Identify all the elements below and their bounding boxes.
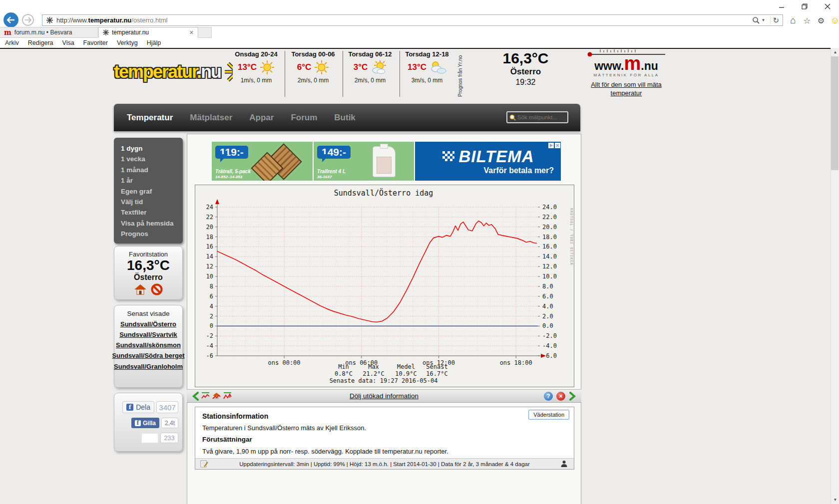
mnu-favicon: m — [4, 30, 11, 35]
mnu-link[interactable]: Allt för den som vill mäta temperatur — [583, 80, 669, 97]
nav-appar[interactable]: Appar — [249, 113, 274, 123]
sidebar-item-visa-pa-hemsida[interactable]: Visa på hemsida — [121, 218, 183, 229]
favorites-star-icon[interactable]: ☆ — [801, 16, 813, 25]
search-icon[interactable] — [752, 16, 760, 24]
widget-count: 233 — [160, 433, 178, 443]
home-station-icon[interactable] — [134, 283, 147, 295]
chart-toolbar: Dölj utökad information ? × — [187, 389, 581, 403]
divider — [770, 16, 771, 24]
mnu-www: www. — [594, 59, 624, 72]
share-label: Dela — [136, 403, 150, 411]
search-dropdown-icon[interactable]: ▼ — [762, 18, 766, 22]
sidebar-item-prognos[interactable]: Prognos — [121, 229, 183, 239]
svg-text:2.0: 2.0 — [542, 313, 553, 320]
svg-text:4: 4 — [210, 303, 213, 310]
graph-home-mini-icon[interactable] — [212, 392, 221, 400]
new-tab-button[interactable] — [199, 27, 212, 38]
recent-link-skonsmon[interactable]: Sundsvall/skönsmon — [108, 341, 188, 349]
scroll-down-arrow[interactable]: ▼ — [831, 496, 839, 504]
station-stats-text: Uppdateringsintervall: 3min | Upptid: 99… — [195, 461, 574, 467]
ad-segment-cleaner[interactable]: 149:- Trallrent 4 L 36-1637 — [314, 142, 414, 181]
sidebar-item-valj-tid[interactable]: Välj tid — [121, 197, 183, 207]
ad-segment-biltema[interactable]: BILTEMA Varför betala mer? — [415, 142, 561, 181]
sidebar-item-1-ar[interactable]: 1 år — [121, 175, 183, 186]
menu-verktyg[interactable]: Verktyg — [117, 39, 138, 46]
ad-choices-controls[interactable] — [548, 143, 560, 148]
share-widget-button[interactable] — [141, 433, 158, 443]
recent-stations-box: Senast visade Sundsvall/Österro Sundsval… — [114, 305, 183, 388]
menu-arkiv[interactable]: Arkiv — [5, 39, 19, 46]
sidebar-item-1-vecka[interactable]: 1 vecka — [121, 154, 183, 164]
menu-favoriter[interactable]: Favoriter — [83, 39, 108, 46]
sidebar-item-textfiler[interactable]: Textfiler — [121, 207, 183, 218]
prev-station-arrow-icon[interactable] — [192, 392, 199, 401]
svg-text:22.0: 22.0 — [542, 214, 557, 221]
hide-extended-info-link[interactable]: Dölj utökad information — [187, 392, 581, 400]
svg-text:22: 22 — [206, 214, 213, 221]
svg-text:Senast: Senast — [426, 363, 447, 370]
facebook-like-button[interactable]: f Gilla — [131, 418, 159, 428]
recent-link-osterro[interactable]: Sundsvall/Österro — [108, 320, 188, 328]
graph-arrows-mini-icon[interactable] — [223, 392, 232, 400]
close-extended-icon[interactable]: × — [556, 392, 565, 401]
recent-link-sodra-berget[interactable]: Sundsvall/Södra berget — [108, 352, 188, 360]
site-logo[interactable]: temperatur.nu — [114, 52, 233, 92]
graph-mini-icon[interactable] — [201, 392, 210, 400]
ad-banner[interactable]: 119:- Trätrall, 5-pack 14-852–14-853 149… — [212, 142, 561, 181]
scroll-up-arrow[interactable]: ▲ — [831, 48, 839, 56]
nav-matplatser[interactable]: Mätplatser — [190, 113, 232, 123]
share-count: 3407 — [156, 401, 178, 413]
scrollbar-thumb[interactable] — [831, 56, 839, 170]
menu-visa[interactable]: Visa — [62, 39, 74, 46]
tab-temperatur-nu[interactable]: temperatur.nu ✕ — [98, 27, 198, 38]
recent-link-svartvik[interactable]: Sundsvall/Svartvik — [108, 331, 188, 338]
tab-row: m forum.m.nu • Besvara temperatur.nu ✕ — [0, 27, 839, 38]
person-icon[interactable] — [560, 460, 568, 468]
home-icon[interactable]: ⌂ — [787, 15, 799, 26]
edit-note-icon[interactable] — [200, 460, 209, 468]
sidebar-item-egen-graf[interactable]: Egen graf — [121, 186, 183, 197]
feedback-smiley-icon[interactable]: ☺ — [829, 15, 839, 26]
nav-forum[interactable]: Forum — [291, 113, 317, 123]
settings-gear-icon[interactable]: ⚙ — [815, 16, 827, 25]
url-field[interactable]: http://www.temperatur.nu/osterro.html ▼ … — [42, 14, 783, 26]
tab-close-icon[interactable]: ✕ — [189, 29, 194, 36]
help-icon[interactable]: ? — [544, 392, 553, 401]
sidebar-item-1-dygn[interactable]: 1 dygn — [121, 143, 183, 154]
menu-redigera[interactable]: Redigera — [28, 39, 53, 46]
ad-sku: 36-1637 — [317, 175, 332, 179]
title-bar — [0, 0, 839, 13]
weather-station-button[interactable]: Väderstation — [528, 410, 569, 420]
mnu-logo-block[interactable]: www.m.nu MÄTTEKNIK FÖR ALLA Allt för den… — [583, 49, 669, 97]
svg-text:16.7°C: 16.7°C — [426, 370, 447, 377]
refresh-icon[interactable]: ↻ — [773, 16, 779, 25]
next-station-arrow-icon[interactable] — [569, 392, 576, 401]
forecast-day: Torsdag 06-12 — [343, 50, 398, 58]
restore-button[interactable] — [793, 0, 816, 13]
station-conditions-title: Förutsättningar — [202, 436, 252, 443]
forecast-col-3: Torsdag 12-18 13°C 3m/s, 0 mm — [400, 50, 454, 84]
station-footer-bar: Uppdateringsintervall: 3min | Upptid: 99… — [195, 458, 574, 469]
forward-button[interactable] — [22, 14, 34, 26]
nav-temperatur[interactable]: Temperatur — [127, 113, 173, 123]
close-button[interactable] — [816, 0, 839, 13]
site-search-box[interactable] — [506, 111, 568, 123]
nav-butik[interactable]: Butik — [334, 113, 356, 123]
facebook-share-button[interactable]: f Dela — [122, 401, 154, 413]
ad-segment-tiles[interactable]: 119:- Trätrall, 5-pack 14-852–14-853 — [212, 142, 313, 181]
tab-forum-mnu[interactable]: m forum.m.nu • Besvara — [0, 27, 98, 38]
ad-price: 119:- — [215, 146, 248, 159]
sun-icon — [260, 60, 275, 75]
forecast-temp: 3°C — [354, 62, 368, 72]
back-button[interactable] — [3, 12, 18, 27]
forecast-wind: 2m/s, 0 mm — [294, 76, 333, 84]
no-entry-icon[interactable] — [151, 283, 163, 295]
search-input[interactable] — [517, 114, 563, 120]
menu-hjalp[interactable]: Hjälp — [147, 39, 161, 46]
ad-close-icon[interactable] — [555, 143, 560, 148]
sidebar-item-1-manad[interactable]: 1 månad — [121, 165, 183, 175]
svg-text:-6.0: -6.0 — [542, 352, 557, 359]
ad-info-icon[interactable] — [548, 143, 554, 148]
minimize-button[interactable] — [770, 0, 793, 13]
recent-link-granloholm[interactable]: Sundsvall/Granloholm — [108, 363, 188, 370]
